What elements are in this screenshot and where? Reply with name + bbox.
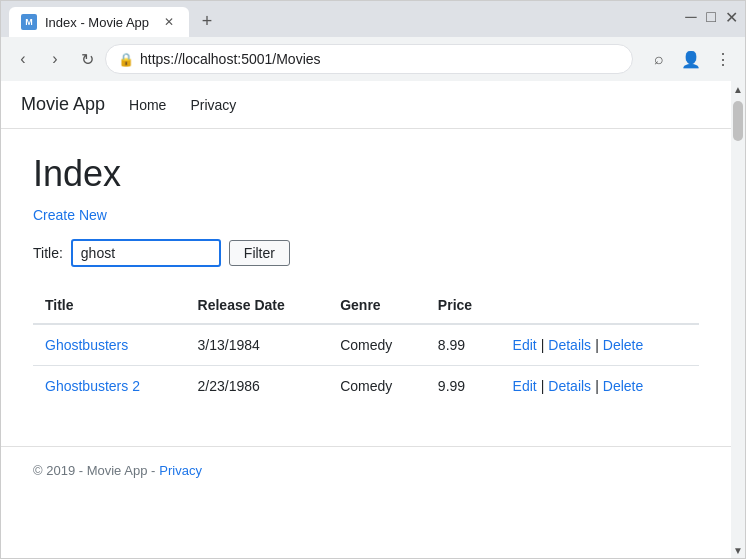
tab-title: Index - Movie App: [45, 15, 149, 30]
title-filter-input[interactable]: [71, 239, 221, 267]
movies-table: Title Release Date Genre Price Ghostbust…: [33, 287, 699, 406]
create-new-link[interactable]: Create New: [33, 207, 107, 223]
address-right-icons: ⌕ 👤 ⋮: [645, 45, 737, 73]
title-bar: M Index - Movie App ✕ + ─ □ ✕: [1, 1, 745, 37]
main-content: Index Create New Title: Filter Title Rel…: [1, 129, 731, 446]
maximize-button[interactable]: □: [705, 11, 717, 23]
edit-link-0[interactable]: Edit: [513, 337, 537, 353]
back-button[interactable]: ‹: [9, 45, 37, 73]
page-title: Index: [33, 153, 699, 195]
delete-link-0[interactable]: Delete: [603, 337, 643, 353]
cell-price-1: 9.99: [426, 366, 501, 407]
scrollbar-down-button[interactable]: ▼: [731, 542, 745, 558]
delete-link-1[interactable]: Delete: [603, 378, 643, 394]
profile-button[interactable]: 👤: [677, 45, 705, 73]
browser-window: M Index - Movie App ✕ + ─ □ ✕ ‹: [0, 0, 746, 559]
cell-price-0: 8.99: [426, 324, 501, 366]
col-actions: [501, 287, 699, 324]
browser-content-wrap: Movie App Home Privacy Index Create New …: [1, 81, 745, 558]
filter-row: Title: Filter: [33, 239, 699, 267]
menu-button[interactable]: ⋮: [709, 45, 737, 73]
nav-link-home[interactable]: Home: [129, 97, 166, 113]
cell-release-date-1: 2/23/1986: [186, 366, 329, 407]
filter-button[interactable]: Filter: [229, 240, 290, 266]
app-footer: © 2019 - Movie App - Privacy: [1, 446, 731, 494]
page-content: Movie App Home Privacy Index Create New …: [1, 81, 731, 558]
app-brand[interactable]: Movie App: [21, 94, 105, 115]
cell-actions-1: Edit | Details | Delete: [501, 366, 699, 407]
sep1-1: |: [541, 378, 545, 394]
sep2-1: |: [595, 378, 599, 394]
active-tab[interactable]: M Index - Movie App ✕: [9, 7, 189, 37]
scrollbar-track: ▲ ▼: [731, 81, 745, 558]
col-genre: Genre: [328, 287, 426, 324]
window-controls: ─ □ ✕: [685, 11, 737, 23]
col-release-date: Release Date: [186, 287, 329, 324]
cell-actions-0: Edit | Details | Delete: [501, 324, 699, 366]
lock-icon: 🔒: [118, 52, 134, 67]
tab-bar: M Index - Movie App ✕ +: [9, 1, 221, 37]
address-bar[interactable]: 🔒 https://localhost:5001/Movies: [105, 44, 633, 74]
minimize-button[interactable]: ─: [685, 11, 697, 23]
cell-title-1: Ghostbusters 2: [33, 366, 186, 407]
url-text: https://localhost:5001/Movies: [140, 51, 620, 67]
tab-favicon: M: [21, 14, 37, 30]
footer-privacy-link[interactable]: Privacy: [159, 463, 202, 478]
new-tab-button[interactable]: +: [193, 7, 221, 35]
cell-genre-0: Comedy: [328, 324, 426, 366]
forward-button[interactable]: ›: [41, 45, 69, 73]
scrollbar-thumb[interactable]: [733, 101, 743, 141]
details-link-1[interactable]: Details: [548, 378, 591, 394]
col-price: Price: [426, 287, 501, 324]
cell-title-0: Ghostbusters: [33, 324, 186, 366]
footer-copyright: © 2019 - Movie App -: [33, 463, 155, 478]
table-header-row: Title Release Date Genre Price: [33, 287, 699, 324]
refresh-button[interactable]: ↻: [73, 45, 101, 73]
cell-release-date-0: 3/13/1984: [186, 324, 329, 366]
sep2-0: |: [595, 337, 599, 353]
table-row: Ghostbusters 3/13/1984 Comedy 8.99 Edit …: [33, 324, 699, 366]
table-body: Ghostbusters 3/13/1984 Comedy 8.99 Edit …: [33, 324, 699, 406]
details-link-0[interactable]: Details: [548, 337, 591, 353]
table-header: Title Release Date Genre Price: [33, 287, 699, 324]
tab-close-button[interactable]: ✕: [161, 14, 177, 30]
address-bar-row: ‹ › ↻ 🔒 https://localhost:5001/Movies ⌕ …: [1, 37, 745, 81]
app-navbar: Movie App Home Privacy: [1, 81, 731, 129]
edit-link-1[interactable]: Edit: [513, 378, 537, 394]
close-window-button[interactable]: ✕: [725, 11, 737, 23]
col-title: Title: [33, 287, 186, 324]
cell-genre-1: Comedy: [328, 366, 426, 407]
browser-search-button[interactable]: ⌕: [645, 45, 673, 73]
filter-label: Title:: [33, 245, 63, 261]
nav-link-privacy[interactable]: Privacy: [190, 97, 236, 113]
sep1-0: |: [541, 337, 545, 353]
scrollbar-up-button[interactable]: ▲: [731, 81, 745, 97]
table-row: Ghostbusters 2 2/23/1986 Comedy 9.99 Edi…: [33, 366, 699, 407]
